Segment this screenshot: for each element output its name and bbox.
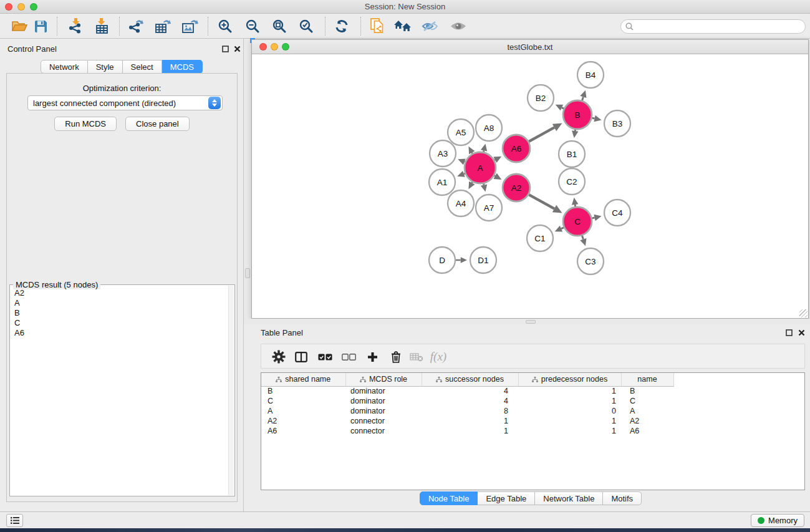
table-row[interactable]: Adominator80A xyxy=(261,406,804,416)
tab-style[interactable]: Style xyxy=(88,60,123,74)
table-cell[interactable]: B xyxy=(621,386,673,396)
column-header-mcds-role[interactable]: MCDS role xyxy=(345,373,422,386)
close-panel-button[interactable] xyxy=(233,44,241,53)
tab-network-table[interactable]: Network Table xyxy=(535,491,603,505)
import-network-icon xyxy=(68,18,83,34)
table-cell[interactable]: 1 xyxy=(422,426,518,436)
table-cell[interactable]: connector xyxy=(345,416,422,426)
search-field[interactable] xyxy=(620,19,806,34)
import-network-button[interactable] xyxy=(64,16,87,36)
table-cell[interactable]: C xyxy=(261,396,345,406)
horizontal-splitter-handle[interactable] xyxy=(526,320,536,324)
network-canvas[interactable]: B4B2BB3A8A5A6B1A3AC2A1A2A4A7C4CC1C3DD1 xyxy=(252,54,808,318)
select-all-columns-button[interactable] xyxy=(315,347,335,367)
refresh-view-button[interactable] xyxy=(330,16,354,36)
table-cell[interactable]: 1 xyxy=(518,426,621,436)
export-table-button[interactable] xyxy=(151,16,175,36)
save-session-button[interactable] xyxy=(29,16,52,36)
table-cell[interactable]: 4 xyxy=(422,386,518,396)
list-item[interactable]: A xyxy=(14,298,228,308)
mcds-result-list[interactable]: A2ABCA6 xyxy=(11,286,228,495)
table-cell[interactable]: dominator xyxy=(345,396,422,406)
zoom-selected-button[interactable] xyxy=(294,16,318,36)
table-cell[interactable]: B xyxy=(261,386,345,396)
tab-select[interactable]: Select xyxy=(123,60,162,74)
function-builder-button[interactable]: f(x) xyxy=(425,347,452,367)
run-mcds-button[interactable]: Run MCDS xyxy=(54,117,117,131)
table-cell[interactable]: 1 xyxy=(518,416,621,426)
graph-edge[interactable] xyxy=(592,218,594,218)
table-cell[interactable]: A6 xyxy=(261,426,345,436)
table-cell[interactable]: A2 xyxy=(261,416,345,426)
table-cell[interactable]: connector xyxy=(345,426,422,436)
column-header-successor-nodes[interactable]: successor nodes xyxy=(422,373,518,386)
table-cell[interactable]: 1 xyxy=(422,416,518,426)
memory-button[interactable]: Memory xyxy=(751,514,804,527)
table-cell[interactable]: C xyxy=(621,396,673,406)
float-table-panel-button[interactable] xyxy=(784,328,793,337)
table-cell[interactable]: 8 xyxy=(422,406,518,416)
graph-edge[interactable] xyxy=(529,195,554,209)
list-item[interactable]: A6 xyxy=(14,328,228,338)
table-cell[interactable]: A xyxy=(261,406,345,416)
graph-edge[interactable] xyxy=(562,108,564,109)
tab-motifs[interactable]: Motifs xyxy=(603,491,642,505)
zoom-out-button[interactable] xyxy=(241,16,264,36)
table-cell[interactable]: dominator xyxy=(345,406,422,416)
import-table-button[interactable] xyxy=(90,16,113,36)
table-cell[interactable]: A xyxy=(621,406,673,416)
create-column-button[interactable] xyxy=(362,347,382,367)
column-header-predecessor-nodes[interactable]: predecessor nodes xyxy=(518,373,621,386)
table-cell[interactable]: A2 xyxy=(621,416,673,426)
search-input[interactable] xyxy=(636,22,805,31)
table-cell[interactable]: 1 xyxy=(518,396,621,406)
home-layout-button[interactable] xyxy=(391,16,415,36)
show-column-button[interactable] xyxy=(291,347,311,367)
list-item[interactable]: C xyxy=(14,318,228,328)
table-cell[interactable]: A6 xyxy=(621,426,673,436)
graph-edge[interactable] xyxy=(561,228,564,229)
close-table-panel-button[interactable] xyxy=(797,328,806,337)
table-settings-button[interactable] xyxy=(269,347,289,367)
graph-edge[interactable] xyxy=(592,118,594,118)
zoom-in-button[interactable] xyxy=(213,16,237,36)
graph-edge-arrowhead xyxy=(594,115,601,122)
mcds-result-scrollbar[interactable] xyxy=(228,286,234,495)
criterion-dropdown[interactable]: largest connected component (directed) xyxy=(27,95,223,110)
zoom-fit-button[interactable] xyxy=(268,16,291,36)
table-row[interactable]: Cdominator41C xyxy=(261,396,804,406)
export-image-button[interactable] xyxy=(178,16,201,36)
new-network-from-selection-button[interactable] xyxy=(365,16,389,36)
resize-grip-icon[interactable] xyxy=(799,309,808,317)
list-item[interactable]: A2 xyxy=(14,288,228,298)
vertical-splitter-handle[interactable] xyxy=(245,268,250,278)
table-row[interactable]: A6connector11A6 xyxy=(261,426,804,436)
show-panels-list-button[interactable] xyxy=(6,514,23,527)
show-graphics-details-button[interactable] xyxy=(446,16,470,36)
graph-edge[interactable] xyxy=(582,236,583,239)
tab-edge-table[interactable]: Edge Table xyxy=(478,491,535,505)
graph-edge[interactable] xyxy=(529,127,554,142)
table-cell[interactable]: 4 xyxy=(422,396,518,406)
table-cell[interactable]: 1 xyxy=(518,386,621,396)
close-panel-action-button[interactable]: Close panel xyxy=(125,117,190,131)
export-network-button[interactable] xyxy=(124,16,148,36)
hide-graphics-details-button[interactable] xyxy=(418,16,442,36)
tab-mcds[interactable]: MCDS xyxy=(162,60,203,74)
list-item[interactable]: B xyxy=(14,308,228,318)
table-row[interactable]: Bdominator41B xyxy=(261,386,804,396)
delete-column-button[interactable] xyxy=(386,347,406,367)
tab-network[interactable]: Network xyxy=(41,60,88,74)
delete-table-button[interactable] xyxy=(407,347,427,367)
table-row[interactable]: A2connector11A2 xyxy=(261,416,804,426)
float-panel-button[interactable] xyxy=(221,44,229,53)
table-cell[interactable]: dominator xyxy=(345,386,422,396)
column-header-name[interactable]: name xyxy=(621,373,673,386)
open-session-button[interactable] xyxy=(7,16,31,36)
network-window-titlebar[interactable]: testGlobe.txt xyxy=(252,40,808,54)
tab-node-table[interactable]: Node Table xyxy=(420,491,478,505)
column-header-shared-name[interactable]: shared name xyxy=(261,373,345,386)
graph-edge[interactable] xyxy=(582,97,583,100)
table-cell[interactable]: 0 xyxy=(518,406,621,416)
unselect-all-columns-button[interactable] xyxy=(339,347,359,367)
